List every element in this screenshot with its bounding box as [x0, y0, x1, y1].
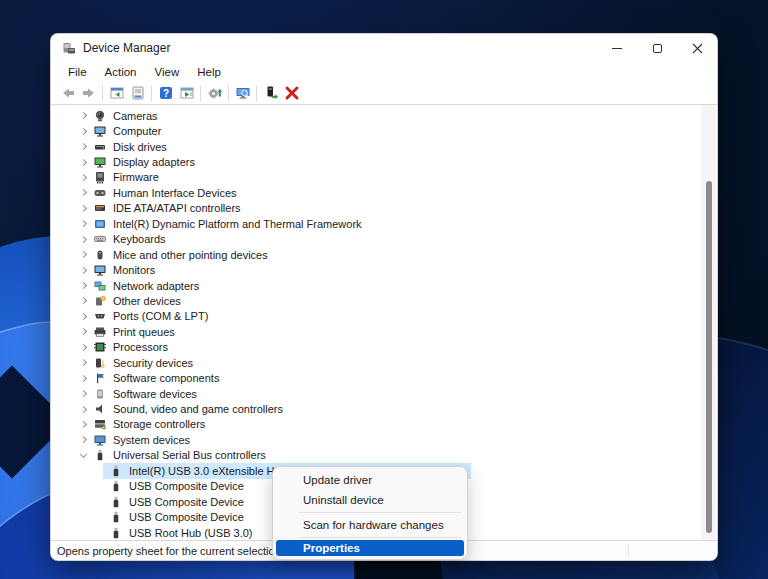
tree-item-human-interface-devices[interactable]: Human Interface Devices: [51, 185, 717, 200]
menu-action[interactable]: Action: [96, 64, 146, 80]
context-menu-item-properties[interactable]: Properties: [276, 540, 464, 556]
context-menu-item-uninstall-device[interactable]: Uninstall device: [273, 490, 467, 510]
chevron-right-icon[interactable]: [77, 403, 89, 415]
toolbar-separator: [151, 85, 152, 101]
chevron-right-icon[interactable]: [77, 110, 89, 122]
toolbar-separator: [200, 85, 201, 101]
tree-item-ide-controllers[interactable]: IDE ATA/ATAPI controllers: [51, 201, 717, 216]
chevron-right-icon[interactable]: [77, 233, 89, 245]
tree-item-software-devices[interactable]: Software devices: [51, 386, 717, 401]
tree-item-label: Disk drives: [113, 141, 167, 153]
tree-item-firmware[interactable]: Firmware: [51, 170, 717, 185]
properties-sheet-button[interactable]: [127, 83, 148, 103]
chevron-right-icon[interactable]: [77, 388, 89, 400]
tree-item-label: IDE ATA/ATAPI controllers: [113, 202, 241, 214]
chevron-right-icon[interactable]: [77, 326, 89, 338]
chevron-down-icon[interactable]: [77, 449, 89, 461]
system-device-icon: [93, 433, 107, 447]
camera-icon: [93, 109, 107, 123]
chevron-right-icon[interactable]: [77, 341, 89, 353]
tree-item-storage-controllers[interactable]: Storage controllers: [51, 417, 717, 432]
context-menu-item-update-driver[interactable]: Update driver: [273, 470, 467, 490]
forward-button[interactable]: [78, 83, 99, 103]
maximize-button[interactable]: [637, 34, 677, 62]
tree-item-label: Universal Serial Bus controllers: [113, 449, 266, 461]
vertical-scrollbar[interactable]: [701, 105, 716, 540]
chevron-right-icon[interactable]: [77, 372, 89, 384]
tree-item-other-devices[interactable]: Other devices: [51, 293, 717, 308]
usb-icon: [109, 464, 123, 478]
tree-item-monitors[interactable]: Monitors: [51, 262, 717, 277]
status-bar-divider: [628, 544, 629, 557]
show-console-tree-button[interactable]: [106, 83, 127, 103]
chevron-right-icon[interactable]: [77, 357, 89, 369]
tree-item-label: Cameras: [113, 110, 158, 122]
chevron-right-icon[interactable]: [77, 295, 89, 307]
update-driver-button[interactable]: [260, 83, 281, 103]
chevron-right-icon[interactable]: [77, 125, 89, 137]
tree-item-keyboards[interactable]: Keyboards: [51, 232, 717, 247]
export-list-button[interactable]: [176, 83, 197, 103]
chevron-right-icon[interactable]: [77, 418, 89, 430]
chevron-right-icon[interactable]: [77, 310, 89, 322]
tree-item-label: Print queues: [113, 326, 175, 338]
tree-item-processors[interactable]: Processors: [51, 340, 717, 355]
tree-item-usb-controllers[interactable]: Universal Serial Bus controllers: [51, 448, 717, 463]
context-menu-item-scan-hardware-changes[interactable]: Scan for hardware changes: [273, 515, 467, 535]
usb-icon: [93, 448, 107, 462]
tree-item-network-adapters[interactable]: Network adapters: [51, 278, 717, 293]
tree-item-intel-thermal-framework[interactable]: Intel(R) Dynamic Platform and Thermal Fr…: [51, 216, 717, 231]
tree-item-sound-controllers[interactable]: Sound, video and game controllers: [51, 401, 717, 416]
chevron-right-icon[interactable]: [77, 171, 89, 183]
scan-hardware-changes-button[interactable]: [204, 83, 225, 103]
back-button[interactable]: [57, 83, 78, 103]
scrollbar-thumb[interactable]: [706, 181, 712, 533]
context-menu-separator: [299, 512, 461, 513]
printer-icon: [93, 325, 107, 339]
tree-item-label: Human Interface Devices: [113, 187, 237, 199]
tree-item-security-devices[interactable]: Security devices: [51, 355, 717, 370]
tree-item-print-queues[interactable]: Print queues: [51, 324, 717, 339]
close-button[interactable]: [677, 34, 717, 62]
tree-item-computer[interactable]: Computer: [51, 123, 717, 138]
chevron-right-icon[interactable]: [77, 264, 89, 276]
tree-item-label: Software components: [113, 372, 219, 384]
scan-hardware-changes-icon: [207, 85, 223, 101]
menu-file[interactable]: File: [59, 64, 96, 80]
menu-view[interactable]: View: [146, 64, 189, 80]
software-device-icon: [93, 387, 107, 401]
chevron-right-icon[interactable]: [77, 202, 89, 214]
show-console-tree-icon: [109, 85, 125, 101]
usb-icon: [109, 526, 123, 540]
svg-text:?: ?: [162, 88, 168, 99]
tree-item-label: Security devices: [113, 357, 193, 369]
tree-item-mice[interactable]: Mice and other pointing devices: [51, 247, 717, 262]
tree-item-display-adapters[interactable]: Display adapters: [51, 154, 717, 169]
tree-item-ports[interactable]: Ports (COM & LPT): [51, 309, 717, 324]
menu-help[interactable]: Help: [188, 64, 230, 80]
chevron-right-icon[interactable]: [77, 141, 89, 153]
disk-icon: [93, 140, 107, 154]
chevron-right-icon[interactable]: [77, 187, 89, 199]
status-text: Opens property sheet for the current sel…: [57, 545, 284, 557]
chevron-right-icon[interactable]: [77, 218, 89, 230]
minimize-button[interactable]: [597, 34, 637, 62]
firmware-icon: [93, 170, 107, 184]
close-icon: [692, 43, 703, 54]
tree-item-software-components[interactable]: Software components: [51, 370, 717, 385]
chevron-right-icon[interactable]: [77, 156, 89, 168]
help-button[interactable]: ?: [155, 83, 176, 103]
chevron-right-icon[interactable]: [77, 280, 89, 292]
menu-bar: File Action View Help: [51, 62, 717, 82]
tree-item-cameras[interactable]: Cameras: [51, 108, 717, 123]
uninstall-device-button[interactable]: [281, 83, 302, 103]
tree-item-system-devices[interactable]: System devices: [51, 432, 717, 447]
display-adapter-icon: [93, 155, 107, 169]
remote-computer-button[interactable]: [232, 83, 253, 103]
back-icon: [60, 85, 76, 101]
tree-item-disk-drives[interactable]: Disk drives: [51, 139, 717, 154]
chevron-right-icon[interactable]: [77, 434, 89, 446]
tree-item-label: Monitors: [113, 264, 155, 276]
chevron-right-icon[interactable]: [77, 249, 89, 261]
title-bar[interactable]: Device Manager: [51, 34, 717, 62]
